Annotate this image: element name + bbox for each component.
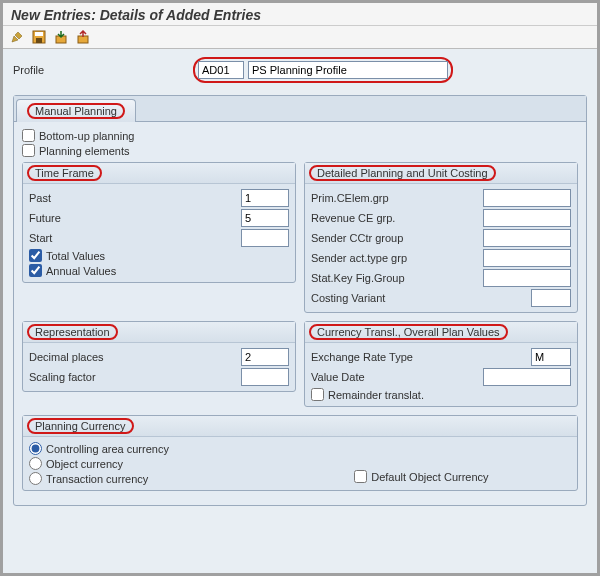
annual-values-checkbox[interactable] (29, 264, 42, 277)
costing-variant-label: Costing Variant (311, 292, 531, 304)
tool-import-icon[interactable] (53, 29, 69, 45)
sender-act-input[interactable] (483, 249, 571, 267)
value-date-label: Value Date (311, 371, 483, 383)
transaction-currency-radio[interactable] (29, 472, 42, 485)
scaling-factor-input[interactable] (241, 368, 289, 386)
representation-title: Representation (35, 326, 110, 338)
profile-code-input[interactable] (198, 61, 244, 79)
remainder-translat-checkbox[interactable] (311, 388, 324, 401)
main-panel: Manual Planning Bottom-up planning Plann… (13, 95, 587, 506)
revenue-ce-label: Revenue CE grp. (311, 212, 483, 224)
tool-export-icon[interactable] (75, 29, 91, 45)
currency-transl-highlight: Currency Transl., Overall Plan Values (309, 324, 508, 340)
total-values-label: Total Values (46, 250, 105, 262)
detailed-highlight: Detailed Planning and Unit Costing (309, 165, 496, 181)
group-planning-currency: Planning Currency Controlling area curre… (22, 415, 578, 491)
exchange-rate-label: Exchange Rate Type (311, 351, 531, 363)
col-right-2: Currency Transl., Overall Plan Values Ex… (304, 321, 578, 415)
annual-values-label: Annual Values (46, 265, 116, 277)
bottom-up-checkbox[interactable] (22, 129, 35, 142)
transaction-currency-label: Transaction currency (46, 473, 148, 485)
representation-highlight: Representation (27, 324, 118, 340)
start-label: Start (29, 232, 241, 244)
toolbar (3, 26, 597, 49)
planning-elements-checkbox[interactable] (22, 144, 35, 157)
planning-currency-highlight: Planning Currency (27, 418, 134, 434)
group-detailed-planning: Detailed Planning and Unit Costing Prim.… (304, 162, 578, 313)
bottom-up-row: Bottom-up planning (22, 128, 578, 143)
prim-celem-input[interactable] (483, 189, 571, 207)
time-frame-highlight: Time Frame (27, 165, 102, 181)
svg-rect-4 (78, 36, 88, 43)
profile-label: Profile (13, 64, 183, 76)
value-date-input[interactable] (483, 368, 571, 386)
exchange-rate-input[interactable] (531, 348, 571, 366)
svg-rect-1 (35, 32, 43, 36)
remainder-translat-label: Remainder translat. (328, 389, 424, 401)
currency-transl-title: Currency Transl., Overall Plan Values (317, 326, 500, 338)
statkey-input[interactable] (483, 269, 571, 287)
default-object-checkbox[interactable] (354, 470, 367, 483)
controlling-area-label: Controlling area currency (46, 443, 169, 455)
decimal-places-label: Decimal places (29, 351, 241, 363)
prim-celem-label: Prim.CElem.grp (311, 192, 483, 204)
content-area: Profile Manual Planning Bottom-up planni… (3, 49, 597, 514)
tab-strip: Manual Planning (14, 96, 586, 122)
tab-manual-planning[interactable]: Manual Planning (16, 99, 136, 122)
detailed-title: Detailed Planning and Unit Costing (317, 167, 488, 179)
svg-rect-2 (36, 38, 42, 43)
columns-2: Representation Decimal places Scaling fa… (22, 321, 578, 415)
col-left-1: Time Frame Past Future (22, 162, 296, 321)
costing-variant-input[interactable] (531, 289, 571, 307)
page-title: New Entries: Details of Added Entries (3, 3, 597, 26)
start-input[interactable] (241, 229, 289, 247)
time-frame-title: Time Frame (35, 167, 94, 179)
bottom-up-label: Bottom-up planning (39, 130, 134, 142)
group-time-frame: Time Frame Past Future (22, 162, 296, 283)
profile-name-input[interactable] (248, 61, 448, 79)
sender-cctr-input[interactable] (483, 229, 571, 247)
total-values-checkbox[interactable] (29, 249, 42, 262)
past-input[interactable] (241, 189, 289, 207)
group-representation: Representation Decimal places Scaling fa… (22, 321, 296, 392)
col-left-2: Representation Decimal places Scaling fa… (22, 321, 296, 415)
group-currency-transl: Currency Transl., Overall Plan Values Ex… (304, 321, 578, 407)
planning-elements-label: Planning elements (39, 145, 130, 157)
planning-elements-row: Planning elements (22, 143, 578, 158)
sender-act-label: Sender act.type grp (311, 252, 483, 264)
tab-body: Bottom-up planning Planning elements Tim… (14, 122, 586, 505)
columns-1: Time Frame Past Future (22, 162, 578, 321)
dialog-window: New Entries: Details of Added Entries Pr… (0, 0, 600, 576)
controlling-area-radio[interactable] (29, 442, 42, 455)
tool-save-icon[interactable] (31, 29, 47, 45)
profile-highlight (193, 57, 453, 83)
object-currency-label: Object currency (46, 458, 123, 470)
decimal-places-input[interactable] (241, 348, 289, 366)
past-label: Past (29, 192, 241, 204)
future-input[interactable] (241, 209, 289, 227)
tool-change-icon[interactable] (9, 29, 25, 45)
object-currency-radio[interactable] (29, 457, 42, 470)
col-right-1: Detailed Planning and Unit Costing Prim.… (304, 162, 578, 321)
future-label: Future (29, 212, 241, 224)
page-title-text: New Entries: Details of Added Entries (11, 7, 261, 23)
planning-currency-title: Planning Currency (35, 420, 126, 432)
default-object-label: Default Object Currency (371, 471, 488, 483)
profile-row: Profile (13, 57, 587, 83)
statkey-label: Stat.Key Fig.Group (311, 272, 483, 284)
sender-cctr-label: Sender CCtr group (311, 232, 483, 244)
revenue-ce-input[interactable] (483, 209, 571, 227)
tab-manual-planning-highlight: Manual Planning (27, 103, 125, 119)
scaling-factor-label: Scaling factor (29, 371, 241, 383)
tab-manual-planning-label: Manual Planning (35, 105, 117, 117)
